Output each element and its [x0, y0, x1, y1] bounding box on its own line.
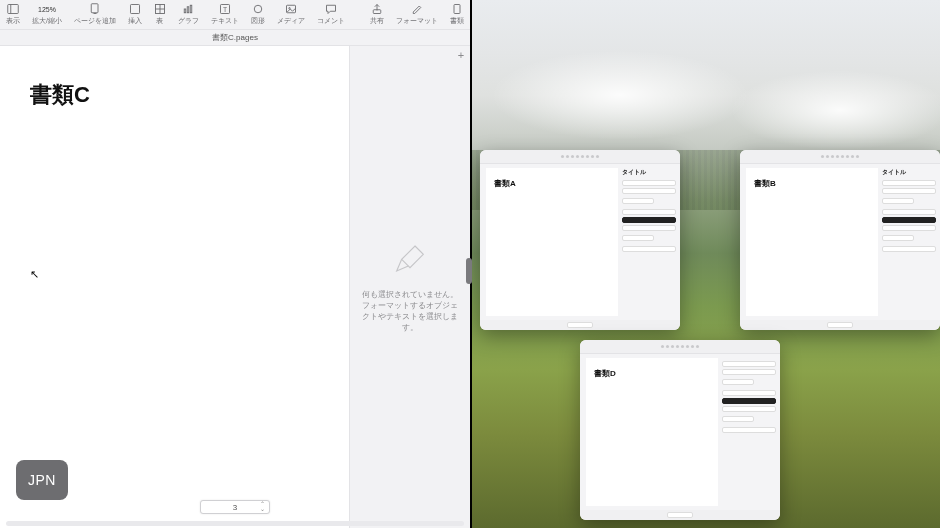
format-label: フォーマット: [396, 16, 438, 26]
page-plus-icon: [89, 3, 101, 15]
comment-button[interactable]: コメント: [317, 3, 345, 26]
zoom-label: 拡大/縮小: [32, 16, 62, 26]
share-label: 共有: [370, 16, 384, 26]
stepper-chevrons-icon: ⌃⌄: [260, 502, 265, 512]
mini-footer: [580, 510, 780, 520]
comment-label: コメント: [317, 16, 345, 26]
view-button[interactable]: 表示: [6, 3, 20, 26]
mini-footer: [740, 320, 940, 330]
mini-page: 書類D: [586, 358, 718, 506]
chart-label: グラフ: [178, 16, 199, 26]
mini-heading: 書類B: [754, 178, 878, 189]
view-label: 表示: [6, 16, 20, 26]
media-icon: [285, 3, 297, 15]
window-thumbnail-a[interactable]: 書類A タイトル: [480, 150, 680, 330]
window-thumbnail-b[interactable]: 書類B タイトル: [740, 150, 940, 330]
page-number-value: 3: [233, 503, 237, 512]
shape-button[interactable]: 図形: [251, 3, 265, 26]
add-page-button[interactable]: ページを追加: [74, 3, 116, 26]
shape-icon: [252, 3, 264, 15]
desktop-mission-control: 書類A タイトル 書類B タイトル 書類D: [470, 0, 940, 528]
workspace: 書類C ↖ + 何も選択されていません。 フォーマットするオブジェクトやテキスト…: [0, 46, 470, 528]
page-heading: 書類C: [30, 80, 349, 110]
page-canvas[interactable]: 書類C ↖: [0, 46, 350, 528]
svg-rect-9: [188, 7, 190, 13]
mini-page: 書類B: [746, 168, 878, 316]
cloud-decor: [730, 70, 940, 150]
add-tab-button[interactable]: +: [454, 48, 468, 62]
svg-rect-8: [185, 9, 187, 13]
mini-page: 書類A: [486, 168, 618, 316]
document-icon: [451, 3, 463, 15]
svg-point-13: [254, 5, 262, 13]
table-label: 表: [156, 16, 163, 26]
mini-inspector: タイトル: [618, 164, 680, 320]
mini-inspector: タイトル: [878, 164, 940, 320]
text-label: テキスト: [211, 16, 239, 26]
mini-heading: 書類D: [594, 368, 718, 379]
insert-label: 挿入: [128, 16, 142, 26]
document-button[interactable]: 書類: [450, 3, 464, 26]
chart-icon: [182, 3, 194, 15]
pages-window-left: 表示 125% 拡大/縮小 ページを追加 挿入 表 グラフ Tテキスト 図形 メ…: [0, 0, 470, 528]
cloud-decor: [490, 50, 750, 140]
format-button[interactable]: フォーマット: [396, 3, 438, 26]
mini-titlebar: [480, 150, 680, 164]
mini-titlebar: [740, 150, 940, 164]
page-number-stepper[interactable]: 3 ⌃⌄: [200, 500, 270, 514]
mini-footer: [480, 320, 680, 330]
inspector-empty-line2: フォーマットするオブジェクトやテキストを選択します。: [360, 300, 460, 334]
mouse-cursor-icon: ↖: [30, 268, 39, 281]
svg-rect-2: [91, 4, 98, 13]
page: 書類C ↖: [0, 46, 349, 528]
text-icon: T: [219, 3, 231, 15]
insert-button[interactable]: 挿入: [128, 3, 142, 26]
toolbar: 表示 125% 拡大/縮小 ページを追加 挿入 表 グラフ Tテキスト 図形 メ…: [0, 0, 470, 30]
mini-page-stepper: [827, 322, 853, 328]
document-title: 書類C.pages: [0, 30, 470, 46]
table-button[interactable]: 表: [154, 3, 166, 26]
svg-rect-10: [191, 5, 193, 13]
document-label: 書類: [450, 16, 464, 26]
mini-heading: 書類A: [494, 178, 618, 189]
window-thumbnail-d[interactable]: 書類D: [580, 340, 780, 520]
share-button[interactable]: 共有: [370, 3, 384, 26]
horizontal-scrollbar[interactable]: [6, 521, 464, 526]
media-label: メディア: [277, 16, 305, 26]
paintbrush-icon: [390, 241, 430, 281]
sidebar-icon: [7, 3, 19, 15]
split-resize-handle[interactable]: [466, 258, 472, 284]
format-inspector: + 何も選択されていません。 フォーマットするオブジェクトやテキストを選択します…: [350, 46, 470, 528]
mini-titlebar: [580, 340, 780, 354]
add-page-label: ページを追加: [74, 16, 116, 26]
input-language-badge[interactable]: JPN: [16, 460, 68, 500]
chart-button[interactable]: グラフ: [178, 3, 199, 26]
media-button[interactable]: メディア: [277, 3, 305, 26]
mini-page-stepper: [567, 322, 593, 328]
shape-label: 図形: [251, 16, 265, 26]
zoom-value: 125%: [38, 3, 56, 15]
mini-page-stepper: [667, 512, 693, 518]
zoom-button[interactable]: 125% 拡大/縮小: [32, 3, 62, 26]
svg-rect-0: [8, 5, 19, 14]
mini-inspector: [718, 354, 780, 510]
svg-rect-17: [454, 5, 460, 14]
mini-inspector-header: タイトル: [622, 168, 676, 177]
inspector-empty-line1: 何も選択されていません。: [362, 289, 458, 300]
svg-text:T: T: [223, 6, 227, 13]
format-icon: [411, 3, 423, 15]
table-icon: [154, 3, 166, 15]
insert-icon: [129, 3, 141, 15]
comment-icon: [325, 3, 337, 15]
text-button[interactable]: Tテキスト: [211, 3, 239, 26]
svg-rect-4: [130, 5, 139, 14]
share-icon: [371, 3, 383, 15]
mini-inspector-header: タイトル: [882, 168, 936, 177]
